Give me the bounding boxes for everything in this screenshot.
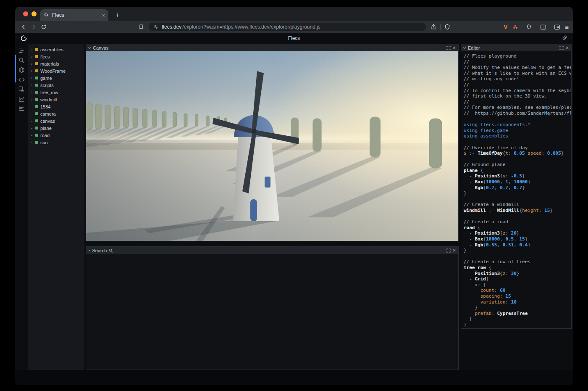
tree-item[interactable]: - camera [28, 110, 84, 117]
expand-arrow-icon[interactable]: - [31, 111, 35, 116]
entity-name: windmill [40, 97, 57, 102]
fullscreen-icon[interactable] [446, 46, 451, 50]
entity-name: 1584 [40, 104, 50, 109]
canvas-panel-title: Canvas [93, 45, 108, 50]
entity-name: WoodFrame [40, 69, 66, 74]
url-bar[interactable]: flecs.dev /explorer/?wasm=https://www.fl… [149, 23, 426, 31]
expand-arrow-icon[interactable]: › [31, 76, 35, 80]
tree-item[interactable]: › game [28, 74, 84, 82]
bookmark-sidebar-button[interactable] [137, 23, 145, 31]
editor-code[interactable]: // Flecs playground//// Modify the value… [461, 51, 571, 328]
wallet-panel-button[interactable] [553, 23, 561, 31]
tree-item[interactable]: - canvas [28, 117, 84, 124]
tab-close-icon[interactable]: × [102, 13, 105, 18]
side-panel-button[interactable] [539, 23, 547, 31]
entity-name: plane [40, 126, 52, 131]
entity-color-square [35, 127, 38, 129]
tree-item[interactable]: › assemblies [28, 46, 84, 53]
forward-button[interactable] [29, 23, 38, 31]
close-panel-icon[interactable]: × [453, 248, 456, 253]
entity-color-square [35, 134, 38, 137]
entity-color-square [35, 55, 38, 58]
expand-arrow-icon[interactable]: › [31, 83, 35, 87]
entity-name: flecs [40, 54, 50, 59]
chart-icon[interactable] [15, 94, 28, 104]
search-results-area[interactable] [86, 254, 458, 370]
expand-arrow-icon[interactable]: › [31, 90, 35, 95]
close-panel-icon[interactable]: × [566, 45, 569, 50]
entity-color-square [35, 112, 38, 115]
world-icon[interactable] [15, 65, 28, 75]
expand-arrow-icon[interactable]: › [31, 54, 35, 59]
entity-color-square [35, 77, 38, 79]
site-settings-icon[interactable] [153, 23, 159, 31]
search-panel-header: • Search × [86, 247, 458, 254]
sidebar-active-indicator [15, 55, 16, 82]
tree-item[interactable]: - 1584 [28, 103, 84, 110]
expand-arrow-icon[interactable]: › [31, 97, 35, 102]
entity-color-square [35, 48, 38, 51]
minimize-window-button[interactable] [32, 11, 37, 16]
flecs-explorer-page: Flecs [15, 33, 573, 385]
tree-item[interactable]: › materials [28, 60, 84, 67]
outline-tree-icon[interactable] [15, 46, 28, 55]
canvas-panel: Canvas × [86, 44, 459, 241]
tree-item[interactable]: › scripts [28, 82, 84, 89]
tree-item[interactable]: › WoodFrame [28, 67, 84, 74]
editor-panel-header: Editor × [461, 44, 571, 51]
menu-icon[interactable]: ≡ [565, 24, 569, 31]
back-button[interactable] [19, 23, 28, 31]
entity-color-square [35, 91, 38, 94]
expand-arrow-icon[interactable]: › [31, 69, 35, 73]
inspect-icon[interactable] [15, 85, 28, 94]
main-area: › assemblies › flecs › materials › WoodF… [15, 44, 573, 370]
tree-item[interactable]: › flecs [28, 53, 84, 60]
close-window-button[interactable] [23, 11, 28, 16]
magnifier-icon [109, 248, 113, 253]
tree-item[interactable]: › tree_row [28, 89, 84, 96]
icon-sidebar [15, 44, 28, 370]
expand-arrow-icon[interactable]: - [31, 119, 35, 123]
extensions-puzzle-icon[interactable] [525, 23, 533, 31]
brave-shield-icon[interactable] [443, 23, 452, 31]
entity-name: scripts [40, 83, 54, 88]
collapse-chevron-icon[interactable] [88, 45, 91, 48]
tree-item[interactable]: - road [28, 132, 84, 139]
expand-arrow-icon[interactable]: - [31, 133, 35, 137]
brave-vpn-button[interactable]: V [504, 24, 508, 30]
expand-arrow-icon[interactable]: - [31, 140, 35, 145]
tree-item[interactable]: - sun [28, 139, 84, 146]
share-button[interactable] [429, 23, 438, 31]
search-icon[interactable] [15, 55, 28, 65]
close-panel-icon[interactable]: × [453, 45, 456, 50]
tab-title: Flecs [52, 12, 99, 18]
toolbar-divider [440, 24, 441, 30]
canvas-3d-view[interactable] [86, 51, 458, 241]
editor-panel: Editor × // Flecs playground//// Modify … [461, 44, 572, 329]
tree-item[interactable]: - plane [28, 124, 84, 132]
expand-arrow-icon[interactable]: › [31, 47, 35, 52]
entity-name: materials [40, 61, 59, 66]
new-tab-button[interactable]: + [113, 10, 123, 20]
tree-item[interactable]: › windmill [28, 96, 84, 103]
entity-tree: › assemblies › flecs › materials › WoodF… [28, 44, 84, 370]
entity-color-square [35, 141, 38, 144]
collapse-chevron-icon[interactable] [463, 45, 466, 48]
expand-arrow-icon[interactable]: › [31, 61, 35, 66]
stats-icon[interactable] [15, 104, 28, 114]
expand-arrow-icon[interactable]: - [31, 104, 35, 109]
entity-color-square [35, 105, 38, 108]
browser-tab[interactable]: Flecs × [40, 9, 108, 21]
fullscreen-icon[interactable] [559, 46, 564, 50]
link-icon[interactable] [562, 35, 568, 42]
browser-toolbar: flecs.dev /explorer/?wasm=https://www.fl… [15, 21, 573, 33]
extension-icon[interactable] [511, 23, 520, 31]
fullscreen-icon[interactable] [446, 248, 451, 253]
expand-arrow-icon[interactable]: - [31, 126, 35, 130]
code-icon[interactable] [15, 75, 28, 85]
reload-button[interactable] [39, 23, 48, 31]
search-panel-title: Search [92, 248, 107, 253]
entity-color-square [35, 84, 38, 87]
tab-strip: Flecs × + [15, 7, 573, 21]
panel-bullet-icon[interactable]: • [89, 248, 90, 253]
